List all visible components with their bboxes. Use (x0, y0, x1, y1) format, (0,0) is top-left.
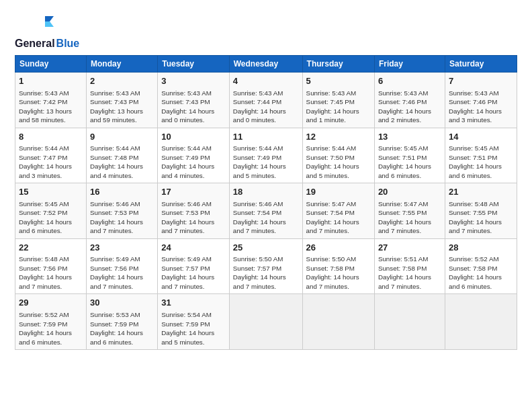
day-detail: Sunrise: 5:49 AM Sunset: 7:57 PM Dayligh… (161, 255, 226, 291)
day-detail: Sunrise: 5:47 AM Sunset: 7:54 PM Dayligh… (306, 199, 371, 236)
svg-marker-1 (45, 21, 54, 27)
calendar-week-4: 22Sunrise: 5:48 AM Sunset: 7:56 PM Dayli… (15, 238, 517, 294)
logo-general: General (15, 38, 55, 50)
day-detail: Sunrise: 5:45 AM Sunset: 7:51 PM Dayligh… (449, 144, 513, 180)
weekday-header-friday: Friday (374, 56, 445, 73)
day-number: 4 (233, 75, 299, 87)
day-detail: Sunrise: 5:44 AM Sunset: 7:49 PM Dayligh… (233, 144, 299, 180)
logo: GeneralBlue (15, 12, 79, 50)
day-number: 5 (306, 75, 371, 87)
weekday-header-monday: Monday (86, 56, 157, 73)
day-number: 18 (233, 186, 299, 198)
calendar-cell: 6Sunrise: 5:43 AM Sunset: 7:46 PM Daylig… (374, 73, 445, 128)
day-detail: Sunrise: 5:47 AM Sunset: 7:55 PM Dayligh… (378, 199, 441, 236)
day-number: 8 (19, 131, 83, 143)
day-detail: Sunrise: 5:51 AM Sunset: 7:58 PM Dayligh… (378, 255, 441, 291)
calendar-cell: 15Sunrise: 5:45 AM Sunset: 7:52 PM Dayli… (15, 183, 87, 239)
weekday-header-thursday: Thursday (302, 56, 374, 73)
calendar-cell: 10Sunrise: 5:44 AM Sunset: 7:49 PM Dayli… (158, 128, 230, 183)
day-detail: Sunrise: 5:44 AM Sunset: 7:48 PM Dayligh… (90, 144, 154, 180)
calendar-week-3: 15Sunrise: 5:45 AM Sunset: 7:52 PM Dayli… (15, 183, 517, 239)
day-number: 17 (161, 186, 226, 198)
day-number: 24 (161, 242, 226, 254)
calendar-cell (445, 294, 517, 350)
day-detail: Sunrise: 5:45 AM Sunset: 7:52 PM Dayligh… (19, 199, 83, 236)
day-number: 9 (90, 131, 154, 143)
svg-marker-0 (45, 16, 54, 21)
day-number: 31 (161, 297, 226, 309)
weekday-header-sunday: Sunday (15, 56, 87, 73)
calendar-cell: 5Sunrise: 5:43 AM Sunset: 7:45 PM Daylig… (302, 73, 374, 128)
day-number: 2 (90, 75, 154, 87)
calendar-header-row: SundayMondayTuesdayWednesdayThursdayFrid… (15, 56, 517, 73)
calendar-cell: 19Sunrise: 5:47 AM Sunset: 7:54 PM Dayli… (302, 183, 374, 239)
calendar-cell: 1Sunrise: 5:43 AM Sunset: 7:42 PM Daylig… (15, 73, 87, 128)
calendar-cell: 16Sunrise: 5:46 AM Sunset: 7:53 PM Dayli… (86, 183, 157, 239)
day-detail: Sunrise: 5:43 AM Sunset: 7:43 PM Dayligh… (90, 89, 154, 125)
calendar-cell: 25Sunrise: 5:50 AM Sunset: 7:57 PM Dayli… (229, 238, 302, 294)
calendar-cell: 20Sunrise: 5:47 AM Sunset: 7:55 PM Dayli… (374, 183, 445, 239)
day-detail: Sunrise: 5:48 AM Sunset: 7:55 PM Dayligh… (449, 199, 513, 236)
day-detail: Sunrise: 5:49 AM Sunset: 7:56 PM Dayligh… (90, 255, 154, 291)
day-number: 30 (90, 297, 154, 309)
calendar-cell: 26Sunrise: 5:50 AM Sunset: 7:58 PM Dayli… (302, 238, 374, 294)
day-number: 20 (378, 186, 441, 198)
day-number: 11 (233, 131, 299, 143)
day-number: 27 (378, 242, 441, 254)
calendar-cell: 24Sunrise: 5:49 AM Sunset: 7:57 PM Dayli… (158, 238, 230, 294)
day-number: 22 (19, 242, 83, 254)
calendar-cell: 21Sunrise: 5:48 AM Sunset: 7:55 PM Dayli… (445, 183, 517, 239)
weekday-header-tuesday: Tuesday (158, 56, 230, 73)
calendar-cell: 23Sunrise: 5:49 AM Sunset: 7:56 PM Dayli… (86, 238, 157, 294)
calendar-week-2: 8Sunrise: 5:44 AM Sunset: 7:47 PM Daylig… (15, 128, 517, 183)
day-detail: Sunrise: 5:50 AM Sunset: 7:58 PM Dayligh… (306, 255, 371, 291)
day-detail: Sunrise: 5:46 AM Sunset: 7:54 PM Dayligh… (233, 199, 299, 236)
calendar-cell: 27Sunrise: 5:51 AM Sunset: 7:58 PM Dayli… (374, 238, 445, 294)
calendar-cell: 12Sunrise: 5:44 AM Sunset: 7:50 PM Dayli… (302, 128, 374, 183)
calendar-cell: 17Sunrise: 5:46 AM Sunset: 7:53 PM Dayli… (158, 183, 230, 239)
calendar-cell: 4Sunrise: 5:43 AM Sunset: 7:44 PM Daylig… (229, 73, 302, 128)
calendar-cell: 9Sunrise: 5:44 AM Sunset: 7:48 PM Daylig… (86, 128, 157, 183)
day-detail: Sunrise: 5:48 AM Sunset: 7:56 PM Dayligh… (19, 255, 83, 291)
day-number: 25 (233, 242, 299, 254)
day-detail: Sunrise: 5:44 AM Sunset: 7:47 PM Dayligh… (19, 144, 83, 180)
day-number: 19 (306, 186, 371, 198)
day-number: 7 (449, 75, 513, 87)
day-number: 16 (90, 186, 154, 198)
calendar-table: SundayMondayTuesdayWednesdayThursdayFrid… (15, 55, 517, 350)
calendar-cell: 14Sunrise: 5:45 AM Sunset: 7:51 PM Dayli… (445, 128, 517, 183)
day-detail: Sunrise: 5:43 AM Sunset: 7:43 PM Dayligh… (161, 89, 226, 125)
day-detail: Sunrise: 5:50 AM Sunset: 7:57 PM Dayligh… (233, 255, 299, 291)
weekday-header-wednesday: Wednesday (229, 56, 302, 73)
calendar-cell: 31Sunrise: 5:54 AM Sunset: 7:59 PM Dayli… (158, 294, 230, 350)
logo-blue: Blue (56, 38, 80, 50)
calendar-cell: 29Sunrise: 5:52 AM Sunset: 7:59 PM Dayli… (15, 294, 87, 350)
day-detail: Sunrise: 5:43 AM Sunset: 7:45 PM Dayligh… (306, 89, 371, 125)
day-detail: Sunrise: 5:53 AM Sunset: 7:59 PM Dayligh… (90, 310, 154, 347)
day-number: 1 (19, 75, 83, 87)
calendar-cell: 11Sunrise: 5:44 AM Sunset: 7:49 PM Dayli… (229, 128, 302, 183)
day-detail: Sunrise: 5:52 AM Sunset: 7:58 PM Dayligh… (449, 255, 513, 291)
calendar-cell: 7Sunrise: 5:43 AM Sunset: 7:46 PM Daylig… (445, 73, 517, 128)
day-number: 23 (90, 242, 154, 254)
day-number: 13 (378, 131, 441, 143)
calendar-cell: 30Sunrise: 5:53 AM Sunset: 7:59 PM Dayli… (86, 294, 157, 350)
calendar-cell: 22Sunrise: 5:48 AM Sunset: 7:56 PM Dayli… (15, 238, 87, 294)
calendar-cell: 13Sunrise: 5:45 AM Sunset: 7:51 PM Dayli… (374, 128, 445, 183)
calendar-cell: 8Sunrise: 5:44 AM Sunset: 7:47 PM Daylig… (15, 128, 87, 183)
calendar-cell: 28Sunrise: 5:52 AM Sunset: 7:58 PM Dayli… (445, 238, 517, 294)
day-number: 15 (19, 186, 83, 198)
day-number: 28 (449, 242, 513, 254)
logo-svg (15, 12, 62, 36)
day-detail: Sunrise: 5:44 AM Sunset: 7:50 PM Dayligh… (306, 144, 371, 180)
day-number: 3 (161, 75, 226, 87)
day-detail: Sunrise: 5:43 AM Sunset: 7:46 PM Dayligh… (378, 89, 441, 125)
calendar-cell: 2Sunrise: 5:43 AM Sunset: 7:43 PM Daylig… (86, 73, 157, 128)
calendar-cell (302, 294, 374, 350)
header: GeneralBlue (15, 12, 517, 50)
day-number: 12 (306, 131, 371, 143)
day-detail: Sunrise: 5:44 AM Sunset: 7:49 PM Dayligh… (161, 144, 226, 180)
calendar-cell (229, 294, 302, 350)
calendar-cell: 18Sunrise: 5:46 AM Sunset: 7:54 PM Dayli… (229, 183, 302, 239)
day-number: 14 (449, 131, 513, 143)
